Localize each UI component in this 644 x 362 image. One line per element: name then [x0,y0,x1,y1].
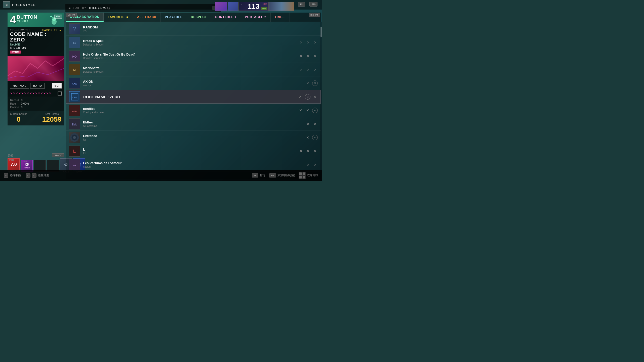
svg-rect-31 [303,176,305,178]
diff-sc-button[interactable]: SC [52,83,62,88]
mode-number: 4 [10,15,16,25]
track-item-code-name-zero[interactable]: CNZ CODE NAME : ZERO ✕ M ✕ [66,90,321,104]
track-item-holy-orders[interactable]: HO Holy Orders (Be Just Or Be Dead) Dais… [66,49,321,63]
best-combo-label: Best Combo [42,113,62,115]
track-info-l: L Ice [83,148,296,155]
close-icon-emb-1[interactable]: ✕ [306,121,311,126]
close-icon-m-1[interactable]: ✕ [299,67,304,72]
f1-key[interactable]: F1 [298,2,305,7]
tab-alltrack[interactable]: ALL TRACK [133,13,161,22]
f10-key[interactable]: F10 [309,2,317,7]
tab-respect[interactable]: RESPECT [187,13,211,22]
close-icon-lp-2[interactable]: ✕ [313,162,318,167]
tab-portable2[interactable]: PORTABLE 2 [241,13,271,22]
hint-icon-diff-1: ↑↓ [26,173,30,178]
close-icon-cnz-1[interactable]: ✕ [298,94,303,99]
close-icon-ax-1[interactable]: ✕ [305,81,310,86]
close-icon-ho-1[interactable]: ✕ [299,54,304,59]
track-info-break-a-spell: Break a Spell Daisuke Ishiwatari [83,39,296,46]
tab-portable1[interactable]: PORTABLE 1 [211,13,241,22]
tab-bar: COLLABORATION FAVORITE ★ ALL TRACK PLAYA… [66,13,321,22]
svg-text:con: con [72,109,77,112]
bpm-value: 185–200 [16,47,26,49]
equip-header: 装備 SPACE [8,153,64,157]
close-icon-l-3[interactable]: ✕ [313,149,318,154]
star-15: ✕ [49,92,51,95]
close-icon-emb-2[interactable]: ✕ [313,121,318,126]
track-actions-break-a-spell: ✕ ✕ ✕ [299,40,318,45]
close-icon-1[interactable]: ✕ [299,40,304,45]
f9-key[interactable]: F9 [269,173,276,177]
watermark-icon [299,172,306,179]
track-item-marionette[interactable]: M Marionette Daisuke Ishiwatari ✕ ✕ ✕ [66,63,321,76]
tab-badge[interactable]: TAB [54,15,62,19]
controller-icon-ax[interactable]: M [312,80,318,86]
close-icon-m-2[interactable]: ✕ [306,67,311,72]
track-thumb-axion: AXN [69,78,80,89]
close-icon-ho-2[interactable]: ✕ [306,54,311,59]
space-key[interactable]: SPACE [52,153,64,157]
svg-point-23 [73,136,76,139]
diff-hard-button[interactable]: HARD [30,83,45,88]
hint-text-song: 选择歌曲 [10,173,21,177]
track-item-break-a-spell[interactable]: B Break a Spell Daisuke Ishiwatari ✕ ✕ ✕ [66,36,321,49]
track-artist-entrance: Ice [83,138,303,141]
song-title: CODE NAME : ZERO [10,31,62,42]
controller-icon-con[interactable]: A [312,108,318,113]
track-item-random[interactable]: ? RANDOM ??? [66,22,321,36]
controller-icon-cnz[interactable]: M [305,94,310,100]
score-main: 罪歌 LV. 113 65% [238,2,269,11]
star-6: ✕ [24,92,26,95]
score-thumb-1 [215,2,227,11]
speed-item[interactable]: SPEED 7.0 [8,158,20,170]
close-icon-m-3[interactable]: ✕ [313,67,318,72]
star-expand-icon[interactable]: + [58,92,62,96]
tab-playable[interactable]: PLAYABLE [161,13,187,22]
track-item-axion[interactable]: AXN AXION sakuzyo ✕ M [66,76,321,90]
tab-tril[interactable]: TRIL... [271,13,290,22]
diff-normal-button[interactable]: NORMAL [10,83,29,88]
track-item-l[interactable]: L L Ice ✕ ✕ ✕ [66,144,321,158]
equip-label: 装備 [8,154,13,157]
mode-names: BUTTON TUNES [17,15,37,23]
track-info-random: RANDOM ??? [83,25,318,32]
close-icon-ent-1[interactable]: ✕ [305,135,310,140]
album-art [8,56,64,81]
controller-icon-ent[interactable]: A [312,135,318,140]
lshift-badge: L SHIFT [66,13,77,17]
sort-value: TITLE (A to Z) [88,6,110,10]
menu-icon: ≡ [68,6,70,10]
close-icon-2[interactable]: ✕ [306,40,311,45]
fever-sub: AUTO [24,166,30,169]
stat-combo-value: 0 [21,106,62,109]
track-list[interactable]: ? RANDOM ??? B Break a Spell Daisuke Ish… [66,22,321,179]
track-name-holy-orders: Holy Orders (Be Just Or Be Dead) [83,53,296,56]
close-icon-lp-1[interactable]: ✕ [306,162,311,167]
track-thumb-entrance [69,132,80,143]
track-item-conflict[interactable]: con conflict Cranky + siromaru ✕ ✕ A [66,104,321,117]
track-actions-les-parfums: ✕ ✕ [306,162,318,167]
svg-rect-28 [299,172,302,175]
hint-icon-song: ↑↓ [4,173,8,178]
sort-bar[interactable]: ≡ SORT BY TITLE (A to Z) F4 [65,4,221,12]
close-icon-l-2[interactable]: ✕ [306,149,311,154]
svg-text:M: M [73,68,76,71]
svg-text:AXN: AXN [72,82,77,85]
tab-favorite[interactable]: FAVORITE ★ [104,13,133,22]
track-item-ember[interactable]: EMb EMber SIHanatsuka ✕ ✕ [66,117,321,131]
close-icon-con-1[interactable]: ✕ [298,108,303,113]
hint-select-song: ↑↓ 选择歌曲 [4,173,21,178]
score-thumb-2 [228,2,238,11]
hint-select-diff: ↑↓ ↑↓ 选择难度 [26,173,49,178]
close-icon-3[interactable]: ✕ [313,40,318,45]
stat-rate-label: Rate [10,102,19,105]
close-icon-l-1[interactable]: ✕ [299,149,304,154]
track-item-les-parfums[interactable]: LP Les Parfums de L'Amour naotyu- ✕ ✕ [66,158,321,171]
f8-key[interactable]: F8 [252,173,259,177]
close-icon-ho-3[interactable]: ✕ [313,54,318,59]
track-artist-random: ??? [83,30,318,32]
close-icon-cnz-2[interactable]: ✕ [312,94,317,99]
track-thumb-holy-orders: HO [69,51,80,62]
track-item-entrance[interactable]: Entrance Ice ✕ A [66,131,321,144]
close-icon-con-2[interactable]: ✕ [305,108,310,113]
